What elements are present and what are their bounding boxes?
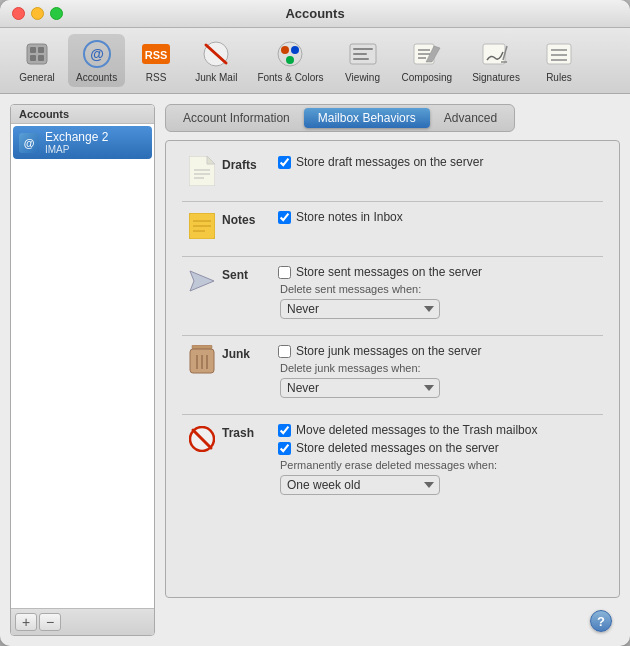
- svg-point-12: [281, 46, 289, 54]
- rss-icon: RSS: [140, 38, 172, 70]
- svg-text:RSS: RSS: [145, 49, 168, 61]
- toolbar-rss[interactable]: RSS RSS: [129, 34, 183, 87]
- junk-mail-icon: [200, 38, 232, 70]
- main-content: Accounts @ Exchange 2 IMAP + −: [0, 94, 630, 646]
- drafts-label: Drafts: [222, 155, 278, 172]
- junk-delete-row: Delete junk messages when:: [280, 362, 603, 374]
- sent-store-checkbox[interactable]: [278, 266, 291, 279]
- toolbar-fonts-colors[interactable]: Fonts & Colors: [249, 34, 331, 87]
- junk-store-checkbox[interactable]: [278, 345, 291, 358]
- settings-panel: Drafts Store draft messages on the serve…: [165, 140, 620, 598]
- svg-marker-32: [207, 156, 215, 164]
- toolbar-general-label: General: [19, 72, 55, 83]
- tab-mailbox-behaviors[interactable]: Mailbox Behaviors: [304, 108, 430, 128]
- toolbar-composing[interactable]: Composing: [394, 34, 461, 87]
- trash-move-checkbox[interactable]: [278, 424, 291, 437]
- toolbar: General @ Accounts RSS RSS: [0, 28, 630, 94]
- toolbar-composing-label: Composing: [402, 72, 453, 83]
- drafts-store-row: Store draft messages on the server: [278, 155, 603, 169]
- svg-rect-27: [547, 44, 571, 64]
- trash-store-checkbox[interactable]: [278, 442, 291, 455]
- trash-move-label: Move deleted messages to the Trash mailb…: [296, 423, 537, 437]
- maximize-button[interactable]: [50, 7, 63, 20]
- toolbar-signatures-label: Signatures: [472, 72, 520, 83]
- right-panel: Account Information Mailbox Behaviors Ad…: [165, 104, 620, 636]
- sent-delete-label: Delete sent messages when:: [280, 283, 421, 295]
- junk-store-row: Store junk messages on the server: [278, 344, 603, 358]
- toolbar-general[interactable]: General: [10, 34, 64, 87]
- svg-rect-17: [353, 53, 367, 55]
- sidebar-footer: + −: [11, 608, 154, 635]
- sent-icon: [188, 267, 216, 295]
- toolbar-viewing-label: Viewing: [345, 72, 380, 83]
- junk-row: Junk Store junk messages on the server D…: [182, 344, 603, 398]
- account-type: IMAP: [45, 144, 108, 155]
- junk-delete-select[interactable]: Never One day old One week old One month…: [280, 378, 440, 398]
- exchange-icon: @: [19, 133, 39, 153]
- junk-delete-label: Delete junk messages when:: [280, 362, 421, 374]
- svg-marker-40: [190, 271, 214, 291]
- drafts-store-checkbox[interactable]: [278, 156, 291, 169]
- trash-erase-select[interactable]: Never One day old One week old One month…: [280, 475, 440, 495]
- signatures-icon: [480, 38, 512, 70]
- sidebar-item-text: Exchange 2 IMAP: [45, 130, 108, 155]
- svg-rect-41: [192, 345, 212, 349]
- fonts-colors-icon: [274, 38, 306, 70]
- trash-erase-row: Permanently erase deleted messages when:: [280, 459, 603, 471]
- notes-row: Notes Store notes in Inbox: [182, 210, 603, 240]
- notes-store-label: Store notes in Inbox: [296, 210, 403, 224]
- close-button[interactable]: [12, 7, 25, 20]
- accounts-icon: @: [81, 38, 113, 70]
- general-icon: [21, 38, 53, 70]
- account-name: Exchange 2: [45, 130, 108, 144]
- sent-delete-select[interactable]: Never One day old One week old One month…: [280, 299, 440, 319]
- add-account-button[interactable]: +: [15, 613, 37, 631]
- drafts-row: Drafts Store draft messages on the serve…: [182, 155, 603, 185]
- sent-delete-row: Delete sent messages when:: [280, 283, 603, 295]
- notes-icon-col: [182, 210, 222, 240]
- trash-store-label: Store deleted messages on the server: [296, 441, 499, 455]
- toolbar-accounts[interactable]: @ Accounts: [68, 34, 125, 87]
- sent-delete-dropdown-wrapper: Never One day old One week old One month…: [280, 299, 603, 319]
- toolbar-rss-label: RSS: [146, 72, 167, 83]
- sent-store-label: Store sent messages on the server: [296, 265, 482, 279]
- trash-erase-dropdown-wrapper: Never One day old One week old One month…: [280, 475, 603, 495]
- rules-icon: [543, 38, 575, 70]
- sent-row: Sent Store sent messages on the server D…: [182, 265, 603, 319]
- svg-rect-4: [38, 55, 44, 61]
- toolbar-viewing[interactable]: Viewing: [336, 34, 390, 87]
- tab-bar: Account Information Mailbox Behaviors Ad…: [165, 104, 515, 132]
- notes-store-checkbox[interactable]: [278, 211, 291, 224]
- help-area: ?: [165, 606, 620, 636]
- toolbar-junk-mail[interactable]: Junk Mail: [187, 34, 245, 87]
- junk-store-label: Store junk messages on the server: [296, 344, 481, 358]
- help-button[interactable]: ?: [590, 610, 612, 632]
- toolbar-rules[interactable]: Rules: [532, 34, 586, 87]
- tab-account-information[interactable]: Account Information: [169, 108, 304, 128]
- sent-icon-col: [182, 265, 222, 295]
- trash-erase-label: Permanently erase deleted messages when:: [280, 459, 497, 471]
- accounts-sidebar: Accounts @ Exchange 2 IMAP + −: [10, 104, 155, 636]
- notes-icon: [188, 212, 216, 240]
- sidebar-item-exchange[interactable]: @ Exchange 2 IMAP: [13, 126, 152, 159]
- remove-account-button[interactable]: −: [39, 613, 61, 631]
- divider-2: [182, 256, 603, 257]
- composing-icon: [411, 38, 443, 70]
- drafts-icon-col: [182, 155, 222, 185]
- svg-point-13: [291, 46, 299, 54]
- toolbar-rules-label: Rules: [546, 72, 572, 83]
- svg-rect-16: [353, 48, 373, 50]
- trash-store-row: Store deleted messages on the server: [278, 441, 603, 455]
- junk-label: Junk: [222, 344, 278, 361]
- tab-advanced[interactable]: Advanced: [430, 108, 511, 128]
- sidebar-header: Accounts: [11, 105, 154, 124]
- junk-icon-col: [182, 344, 222, 374]
- notes-store-row: Store notes in Inbox: [278, 210, 603, 224]
- toolbar-junk-mail-label: Junk Mail: [195, 72, 237, 83]
- toolbar-signatures[interactable]: Signatures: [464, 34, 528, 87]
- drafts-icon: [188, 157, 216, 185]
- minimize-button[interactable]: [31, 7, 44, 20]
- sent-controls: Store sent messages on the server Delete…: [278, 265, 603, 319]
- trash-label: Trash: [222, 423, 278, 440]
- sent-label: Sent: [222, 265, 278, 282]
